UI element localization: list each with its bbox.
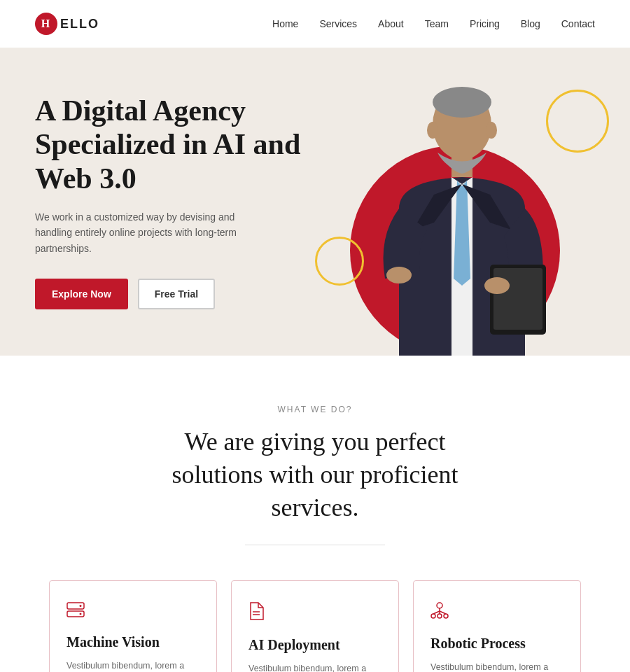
svg-point-12 xyxy=(80,613,82,615)
nav-home[interactable]: Home xyxy=(272,18,298,29)
file-icon xyxy=(248,602,382,624)
svg-point-15 xyxy=(437,603,442,608)
services-title: We are giving you perfect solutions with… xyxy=(140,426,490,524)
nav-links: Home Services About Team Pricing Blog Co… xyxy=(272,18,595,30)
svg-line-20 xyxy=(433,611,440,614)
svg-point-5 xyxy=(484,277,510,294)
nav-services[interactable]: Services xyxy=(319,18,357,29)
svg-line-21 xyxy=(440,611,446,614)
nav-about[interactable]: About xyxy=(378,18,404,29)
card-desc-robotic-process: Vestibulum bibendum, lorem a blandit mau… xyxy=(430,660,564,672)
person-svg xyxy=(357,69,567,356)
logo-text: ELLO xyxy=(60,17,99,31)
card-desc-machine-vision: Vestibulum bibendum, lorem a blandit mau… xyxy=(66,659,200,672)
svg-rect-4 xyxy=(493,268,542,330)
svg-point-18 xyxy=(444,614,448,618)
server-icon xyxy=(66,602,200,622)
service-card-machine-vision: Machine Vision Vestibulum bibendum, lore… xyxy=(49,580,217,672)
hero-image-area xyxy=(280,48,630,356)
svg-point-16 xyxy=(431,614,435,618)
svg-point-6 xyxy=(386,267,412,284)
logo[interactable]: H ELLO xyxy=(35,13,99,35)
card-title-ai-deployment: AI Deployment xyxy=(248,637,382,653)
explore-now-button[interactable]: Explore Now xyxy=(35,279,128,309)
card-title-machine-vision: Machine Vision xyxy=(66,634,200,650)
service-card-ai-deployment: AI Deployment Vestibulum bibendum, lorem… xyxy=(231,580,399,672)
svg-point-7 xyxy=(427,122,438,139)
hero-subtext: We work in a customized way by devising … xyxy=(35,209,273,256)
section-divider xyxy=(245,545,385,545)
logo-letter: H xyxy=(41,18,51,30)
logo-icon: H xyxy=(35,13,57,35)
free-trial-button[interactable]: Free Trial xyxy=(138,279,215,309)
nav-pricing[interactable]: Pricing xyxy=(470,18,500,29)
svg-point-1 xyxy=(433,87,491,118)
hero-buttons: Explore Now Free Trial xyxy=(35,279,329,309)
services-section: WHAT WE DO? We are giving you perfect so… xyxy=(0,356,630,672)
navbar: H ELLO Home Services About Team Pricing … xyxy=(0,0,630,48)
hero-heading: A Digital Agency Specialized in AI and W… xyxy=(35,94,329,195)
nav-blog[interactable]: Blog xyxy=(521,18,540,29)
hero-content: A Digital Agency Specialized in AI and W… xyxy=(35,94,329,351)
svg-point-8 xyxy=(486,122,497,139)
services-subtitle: WHAT WE DO? xyxy=(35,405,595,414)
svg-point-10 xyxy=(80,605,82,607)
service-card-robotic-process: Robotic Process Vestibulum bibendum, lor… xyxy=(413,580,581,672)
hero-person-image xyxy=(350,62,574,356)
hero-section: A Digital Agency Specialized in AI and W… xyxy=(0,48,630,356)
card-title-robotic-process: Robotic Process xyxy=(430,636,564,652)
nav-contact[interactable]: Contact xyxy=(561,18,595,29)
network-icon xyxy=(430,602,564,623)
nav-team[interactable]: Team xyxy=(425,18,449,29)
service-cards-row: Machine Vision Vestibulum bibendum, lore… xyxy=(35,580,595,672)
svg-point-17 xyxy=(438,614,442,618)
card-desc-ai-deployment: Vestibulum bibendum, lorem a blandit mau… xyxy=(248,662,382,672)
